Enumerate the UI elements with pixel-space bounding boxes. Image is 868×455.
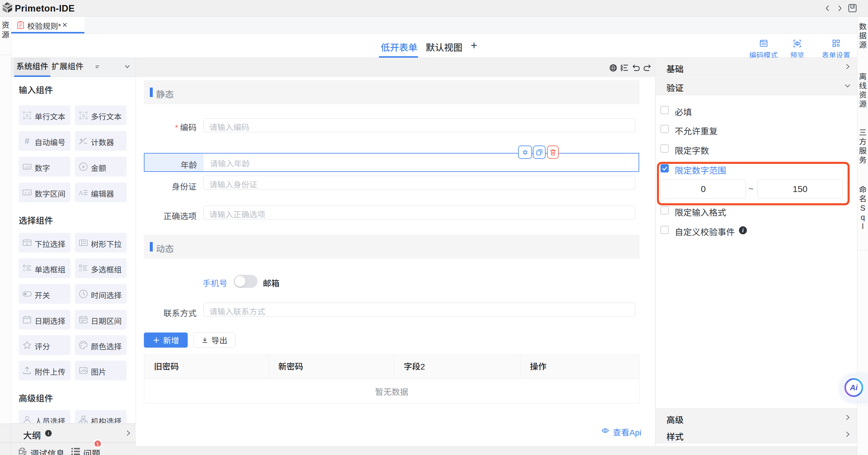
svg-text:1~3: 1~3 [24,191,30,195]
svg-text:A: A [25,113,29,118]
svg-text:A: A [82,113,85,118]
svg-text:Ai: Ai [850,383,858,392]
svg-text:¥: ¥ [82,164,85,170]
svg-text:i: i [48,431,49,436]
svg-text:#: # [25,136,30,145]
svg-text:A: A [79,189,83,196]
svg-text:123: 123 [24,165,30,169]
svg-text:i: i [742,228,744,233]
